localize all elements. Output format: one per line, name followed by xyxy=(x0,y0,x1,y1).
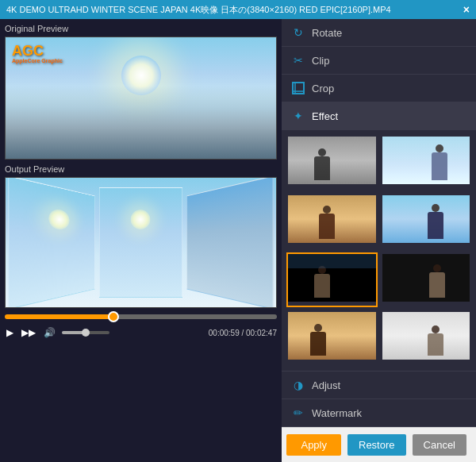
output-scene: AGC xyxy=(6,178,276,307)
cancel-button[interactable]: Cancel xyxy=(413,434,466,456)
crop-icon xyxy=(291,81,305,95)
seek-bar[interactable] xyxy=(5,314,277,319)
agc-logo: AGC AppleCore Graphic xyxy=(12,44,63,64)
cube-center: AGC xyxy=(99,187,182,298)
volume-thumb[interactable] xyxy=(82,329,90,337)
crop-label: Crop xyxy=(312,83,334,94)
restore-button[interactable]: Restore xyxy=(347,434,406,456)
tool-watermark[interactable]: ✏ Watermark xyxy=(282,399,476,427)
effect-preview-5 xyxy=(288,254,376,302)
effect-preview-3 xyxy=(288,195,376,243)
seek-bar-container xyxy=(5,313,277,324)
effect-preview-1 xyxy=(288,137,376,184)
original-preview: AGC AppleCore Graphic xyxy=(5,37,277,160)
effect-icon: ✦ xyxy=(291,109,305,123)
trees-bg xyxy=(6,86,276,159)
original-label: Original Preview xyxy=(5,24,277,33)
effect-item-2[interactable] xyxy=(381,135,472,191)
controls-row: ▶ ▶▶ 🔊 00:00:59 / 00:02:47 xyxy=(5,324,277,341)
tool-crop[interactable]: Crop xyxy=(282,75,476,102)
title-bar: 4K DEMO ULTRAHD WINTER SCENE JAPAN 4K映像 … xyxy=(0,0,476,19)
effect-item-8[interactable] xyxy=(381,310,472,366)
effect-label: Effect xyxy=(312,110,338,122)
effect-item-6[interactable] xyxy=(381,252,472,308)
adjust-icon: ◑ xyxy=(291,378,305,392)
watermark-icon: ✏ xyxy=(291,406,305,420)
window-title: 4K DEMO ULTRAHD WINTER SCENE JAPAN 4K映像 … xyxy=(6,4,391,16)
bottom-bar: Apply Restore Cancel xyxy=(282,427,476,462)
right-panel: ↻ Rotate ✂ Clip Crop ✦ Effect xyxy=(282,19,476,462)
effect-preview-6 xyxy=(382,254,470,302)
bottom-tools: ◑ Adjust ✏ Watermark xyxy=(282,371,476,427)
effect-item-3[interactable] xyxy=(286,194,378,249)
adjust-label: Adjust xyxy=(312,379,340,391)
tool-rotate[interactable]: ↻ Rotate xyxy=(282,19,476,47)
tool-clip[interactable]: ✂ Clip xyxy=(282,47,476,75)
original-scene: AGC AppleCore Graphic xyxy=(6,37,276,159)
effect-preview-8 xyxy=(382,312,470,360)
play-button[interactable]: ▶ xyxy=(5,325,15,340)
effect-item-7[interactable] xyxy=(286,310,378,366)
mini-sun-center xyxy=(131,210,151,229)
tool-adjust[interactable]: ◑ Adjust xyxy=(282,372,476,399)
cube-left xyxy=(8,177,95,308)
clip-label: Clip xyxy=(312,55,329,67)
cube-effect: AGC xyxy=(19,187,263,298)
volume-icon[interactable]: 🔊 xyxy=(42,325,57,340)
left-panel: Original Preview AGC AppleCore Graphic O… xyxy=(0,19,282,462)
close-button[interactable]: × xyxy=(463,3,470,16)
time-display: 00:00:59 / 00:02:47 xyxy=(209,329,277,337)
effect-item-4[interactable] xyxy=(381,194,472,249)
next-button[interactable]: ▶▶ xyxy=(20,325,37,340)
effect-preview-7 xyxy=(288,312,376,360)
tool-effect[interactable]: ✦ Effect xyxy=(282,102,476,130)
apply-button[interactable]: Apply xyxy=(286,434,341,456)
svg-rect-0 xyxy=(293,83,304,94)
effect-item-1[interactable] xyxy=(286,135,378,191)
output-preview: AGC xyxy=(5,177,277,308)
output-label: Output Preview xyxy=(5,164,277,174)
rotate-icon: ↻ xyxy=(291,25,305,40)
mini-sun-left xyxy=(48,209,69,231)
effect-preview-4 xyxy=(382,195,470,243)
effect-item-5[interactable] xyxy=(286,252,378,308)
main-content: Original Preview AGC AppleCore Graphic O… xyxy=(0,19,476,462)
cube-right xyxy=(186,177,274,308)
rotate-label: Rotate xyxy=(312,27,342,39)
watermark-label: Watermark xyxy=(312,407,362,419)
seek-thumb[interactable] xyxy=(108,311,119,322)
volume-bar[interactable] xyxy=(62,331,109,334)
effect-grid xyxy=(282,130,476,371)
clip-icon: ✂ xyxy=(291,53,305,67)
effect-preview-2 xyxy=(382,137,470,184)
